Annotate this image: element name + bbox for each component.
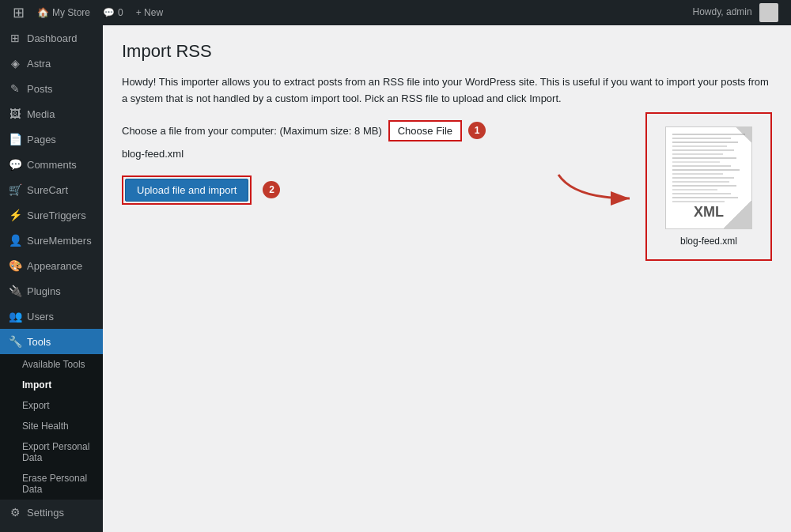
settings-icon: ⚙ — [8, 506, 22, 519]
sidebar-item-astra[interactable]: ◈ Astra — [0, 51, 103, 76]
comments-icon: 💬 — [103, 7, 115, 18]
comments-link[interactable]: 💬 0 — [97, 0, 130, 25]
sidebar-label-posts: Posts — [27, 83, 53, 95]
sidebar-item-suretriggers[interactable]: ⚡ SureTriggers — [0, 202, 103, 228]
page-title: Import RSS — [122, 41, 772, 62]
sidebar-item-media[interactable]: 🖼 Media — [0, 101, 103, 126]
submenu-erase-personal-data[interactable]: Erase Personal Data — [0, 468, 103, 500]
xml-lines — [672, 134, 745, 205]
tools-submenu: Available Tools Import Export Site Healt… — [0, 354, 103, 500]
submenu-import[interactable]: Import — [0, 375, 103, 395]
sidebar-item-surecart[interactable]: 🛒 SureCart — [0, 177, 103, 202]
main-content: Import RSS Howdy! This importer allows y… — [103, 25, 791, 532]
sidebar-item-appearance[interactable]: 🎨 Appearance — [0, 253, 103, 278]
sidebar-item-dashboard[interactable]: ⊞ Dashboard — [0, 25, 103, 51]
content-area: Howdy! This importer allows you to extra… — [122, 74, 772, 261]
users-icon: 👥 — [8, 310, 22, 323]
comments-sidebar-icon: 💬 — [8, 158, 22, 171]
upload-row: Upload file and import 2 — [122, 175, 535, 205]
sidebar-label-settings: Settings — [27, 507, 64, 519]
posts-icon: ✎ — [8, 82, 22, 95]
sidebar-item-suremembers[interactable]: 👤 SureMembers — [0, 228, 103, 253]
file-section: Choose a file from your computer: (Maxim… — [122, 120, 535, 205]
sidebar-label-media: Media — [27, 108, 55, 120]
sidebar-label-surecart: SureCart — [27, 184, 68, 196]
file-row-label: Choose a file from your computer: (Maxim… — [122, 125, 382, 137]
site-name: My Store — [52, 7, 90, 18]
xml-text: XML — [694, 204, 724, 221]
astra-icon: ◈ — [8, 57, 22, 70]
sidebar: ⊞ Dashboard ◈ Astra ✎ Posts 🖼 Media 📄 Pa… — [0, 25, 103, 532]
sidebar-item-pages[interactable]: 📄 Pages — [0, 126, 103, 152]
sidebar-item-plugins[interactable]: 🔌 Plugins — [0, 278, 103, 304]
sidebar-label-users: Users — [27, 311, 54, 323]
admin-avatar — [759, 3, 778, 22]
pages-icon: 📄 — [8, 133, 22, 145]
upload-button[interactable]: Upload file and import — [125, 179, 248, 202]
layout: ⊞ Dashboard ◈ Astra ✎ Posts 🖼 Media 📄 Pa… — [0, 25, 791, 532]
sidebar-label-suremembers: SureMembers — [27, 235, 92, 247]
file-input-row: Choose a file from your computer: (Maxim… — [122, 120, 535, 160]
submenu-export-personal-data[interactable]: Export Personal Data — [0, 436, 103, 468]
appearance-icon: 🎨 — [8, 259, 22, 272]
annotation-arrow — [551, 159, 645, 222]
tools-icon: 🔧 — [8, 335, 22, 348]
sidebar-label-tools: Tools — [27, 336, 51, 348]
sidebar-item-presto[interactable]: ▶ Presto Player — [0, 525, 103, 532]
submenu-available-tools[interactable]: Available Tools — [0, 354, 103, 375]
sidebar-item-users[interactable]: 👥 Users — [0, 304, 103, 329]
step2-badge: 2 — [263, 181, 280, 198]
upload-button-box: Upload file and import — [122, 175, 252, 205]
sidebar-label-dashboard: Dashboard — [27, 32, 78, 44]
file-caption: blog-feed.xml — [680, 236, 737, 247]
arrow-preview-section: XML blog-feed.xml — [551, 112, 772, 261]
site-name-link[interactable]: 🏠 My Store — [31, 0, 97, 25]
sidebar-item-tools[interactable]: 🔧 Tools — [0, 329, 103, 354]
sidebar-label-astra: Astra — [27, 58, 51, 70]
howdy-text: Howdy, admin — [687, 3, 785, 22]
description-text: Howdy! This importer allows you to extra… — [122, 74, 770, 108]
topbar-right: Howdy, admin — [687, 3, 785, 22]
new-label: + New — [136, 7, 163, 18]
topbar: ⊞ 🏠 My Store 💬 0 + New Howdy, admin — [0, 0, 791, 25]
surecart-icon: 🛒 — [8, 183, 22, 196]
wp-icon: ⊞ — [13, 4, 25, 21]
sidebar-item-settings[interactable]: ⚙ Settings — [0, 500, 103, 525]
suretriggers-icon: ⚡ — [8, 209, 22, 221]
suremembers-icon: 👤 — [8, 234, 22, 247]
step1-badge: 1 — [468, 122, 486, 139]
plugins-icon: 🔌 — [8, 285, 22, 297]
wp-logo[interactable]: ⊞ — [6, 0, 31, 25]
sidebar-item-comments[interactable]: 💬 Comments — [0, 152, 103, 177]
sidebar-label-comments: Comments — [27, 159, 77, 171]
house-icon: 🏠 — [37, 7, 49, 18]
submenu-site-health[interactable]: Site Health — [0, 416, 103, 436]
xml-file-icon: XML — [665, 126, 752, 229]
dashboard-icon: ⊞ — [8, 32, 22, 44]
sidebar-label-appearance: Appearance — [27, 260, 82, 272]
sidebar-label-suretriggers: SureTriggers — [27, 209, 86, 221]
choose-file-button[interactable]: Choose File — [388, 120, 462, 141]
comments-count: 0 — [118, 7, 123, 18]
submenu-export[interactable]: Export — [0, 395, 103, 416]
selected-file-name: blog-feed.xml — [122, 148, 184, 160]
file-preview-box: XML blog-feed.xml — [645, 112, 772, 261]
media-icon: 🖼 — [8, 108, 22, 120]
sidebar-item-posts[interactable]: ✎ Posts — [0, 76, 103, 101]
new-link[interactable]: + New — [130, 0, 169, 25]
sidebar-label-pages: Pages — [27, 134, 56, 145]
sidebar-label-plugins: Plugins — [27, 285, 61, 297]
